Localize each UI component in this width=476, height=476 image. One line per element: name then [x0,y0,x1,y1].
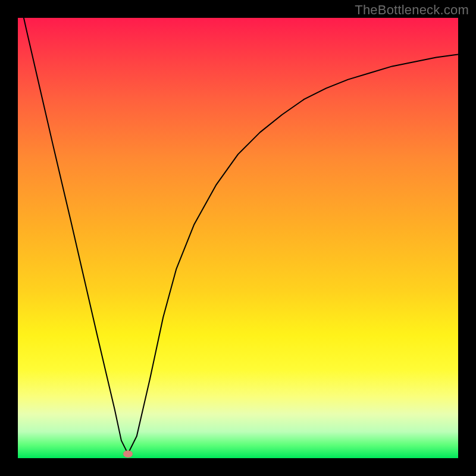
minimum-marker [123,450,133,458]
bottleneck-curve [18,18,458,458]
watermark-text: TheBottleneck.com [355,2,469,18]
curve-path [18,18,458,454]
plot-area [18,18,458,458]
